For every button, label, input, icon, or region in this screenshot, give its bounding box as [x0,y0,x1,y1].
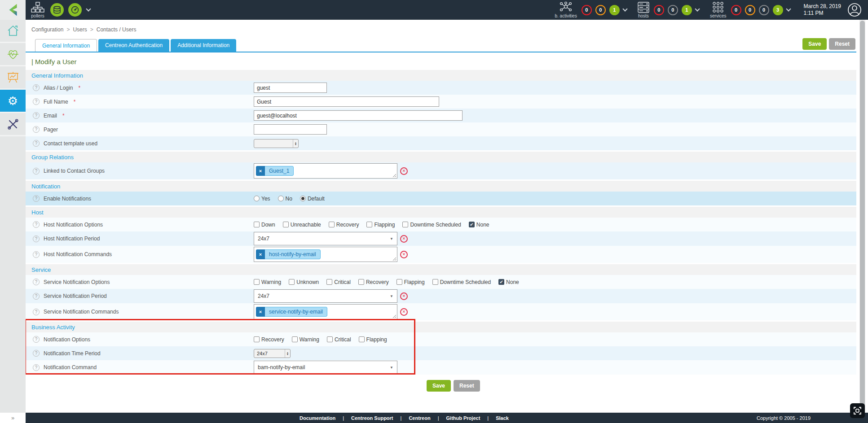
radio-option-yes[interactable]: Yes [254,196,270,202]
breadcrumb-item-configuration[interactable]: Configuration [31,26,63,33]
clear-field-button[interactable]: ✕ [400,167,408,175]
clear-field-button[interactable]: ✕ [400,308,408,316]
counter-badge-business-activities[interactable]: 0 [595,5,606,15]
clear-field-button[interactable]: ✕ [400,292,408,300]
checkbox-option-flapping[interactable]: Flapping [359,336,387,343]
chip-remove-button[interactable]: × [256,307,265,317]
fullscreen-button[interactable] [850,403,865,418]
save-button-bottom[interactable]: Save [427,380,451,392]
checkbox-option-down[interactable]: Down [254,222,275,228]
reset-button[interactable]: Reset [829,38,855,50]
business-activities-group[interactable]: b. activities [555,1,577,18]
sidebar-item-configuration[interactable]: ⚙ [0,90,26,113]
help-icon[interactable]: ? [33,140,40,147]
radio-no[interactable] [278,196,284,201]
checkbox-option-unreachable[interactable]: Unreachable [283,222,321,228]
help-icon[interactable]: ? [33,251,40,258]
checkbox-option-flapping[interactable]: Flapping [366,222,395,228]
chip-remove-button[interactable]: × [256,166,265,176]
notification-command-select[interactable]: bam-notify-by-email▼ [254,361,397,374]
radio-option-default[interactable]: Default [300,196,325,202]
footer-link-github-project[interactable]: Github Project [446,415,480,421]
expand-sidebar-icon[interactable]: » [11,414,14,421]
checkbox-unknown[interactable] [289,279,295,285]
breadcrumb-item-contacts-users[interactable]: Contacts / Users [97,26,137,33]
checkbox-option-critical[interactable]: Critical [327,336,351,343]
checkbox-recovery[interactable] [329,222,335,227]
checkbox-downtime-scheduled[interactable] [402,222,408,227]
clear-field-button[interactable]: ✕ [400,251,408,258]
help-icon[interactable]: ? [33,293,40,300]
chevron-down-icon[interactable] [622,6,627,11]
full-name-input[interactable] [254,96,439,107]
footer-link-centreon[interactable]: Centreon [409,415,430,421]
breadcrumb-item-users[interactable]: Users [73,26,87,33]
checkbox-warning[interactable] [254,279,260,285]
radio-default[interactable] [300,196,306,201]
host-notification-commands-tag-input[interactable]: ×host-notify-by-email [254,247,397,262]
sidebar-item-administration[interactable] [0,113,26,136]
footer-link-centreon-support[interactable]: Centreon Support [351,415,393,421]
counter-badge-hosts[interactable]: 1 [682,5,692,15]
help-icon[interactable]: ? [33,84,40,91]
counter-badge-hosts[interactable]: 0 [654,5,664,15]
checkbox-option-none[interactable]: ✔None [469,222,489,228]
checkbox-unreachable[interactable] [283,222,289,227]
checkbox-flapping[interactable] [366,222,372,227]
clear-field-button[interactable]: ✕ [400,235,408,243]
linked-to-contact-groups-tag-input[interactable]: ×Guest_1 [254,163,397,179]
service-notification-commands-tag-input[interactable]: ×service-notify-by-email [254,304,397,319]
database-icon[interactable] [50,3,64,17]
pollers-group[interactable]: pollers [31,1,44,18]
counter-badge-hosts[interactable]: 0 [668,5,678,15]
footer-link-documentation[interactable]: Documentation [300,415,335,421]
checkbox-option-downtime-scheduled[interactable]: Downtime Scheduled [432,279,491,285]
service-notification-period-select[interactable]: 24x7▼ [254,289,397,303]
checkbox-none[interactable]: ✔ [469,222,475,227]
tab-centreon-authentication[interactable]: Centreon Authentication [98,39,169,52]
scrollbar-thumb[interactable] [860,21,865,412]
help-icon[interactable]: ? [33,221,40,228]
user-avatar[interactable] [847,3,862,17]
chevron-down-icon[interactable] [86,6,91,11]
resize-handle-icon[interactable] [392,314,397,318]
contact-template-used-select[interactable]: ▲▼ [254,139,299,148]
checkbox-warning[interactable] [292,336,298,342]
alias-login-input[interactable] [254,83,327,93]
help-icon[interactable]: ? [33,195,40,202]
counter-badge-services[interactable]: 3 [773,5,783,15]
checkbox-option-none[interactable]: ✔None [498,279,519,285]
chevron-down-icon[interactable] [695,6,700,11]
email-input[interactable] [254,110,463,121]
help-icon[interactable]: ? [33,126,40,133]
tab-general-information[interactable]: General Information [35,39,97,52]
counter-badge-services[interactable]: 0 [731,5,741,15]
gauge-icon[interactable] [68,3,82,17]
resize-handle-icon[interactable] [392,257,397,261]
sidebar-item-monitoring[interactable] [0,43,26,66]
save-button[interactable]: Save [802,38,827,50]
checkbox-option-recovery[interactable]: Recovery [358,279,389,285]
checkbox-recovery[interactable] [358,279,364,285]
checkbox-critical[interactable] [326,279,332,285]
checkbox-option-warning[interactable]: Warning [254,279,281,285]
checkbox-option-downtime-scheduled[interactable]: Downtime Scheduled [402,222,461,228]
pager-input[interactable] [254,124,327,135]
help-icon[interactable]: ? [33,112,40,119]
checkbox-downtime-scheduled[interactable] [432,279,438,285]
checkbox-option-warning[interactable]: Warning [292,336,319,343]
counter-badge-business-activities[interactable]: 0 [582,5,592,15]
help-icon[interactable]: ? [33,364,40,371]
checkbox-recovery[interactable] [254,336,260,342]
radio-yes[interactable] [254,196,260,201]
host-notification-period-select[interactable]: 24x7▼ [254,232,397,245]
sidebar-item-home[interactable] [0,20,26,43]
checkbox-flapping[interactable] [359,336,365,342]
checkbox-option-flapping[interactable]: Flapping [397,279,425,285]
sidebar-item-reporting[interactable] [0,66,26,90]
checkbox-option-critical[interactable]: Critical [326,279,351,285]
resize-handle-icon[interactable] [392,174,397,178]
tab-additional-information[interactable]: Additional Information [171,39,236,52]
help-icon[interactable]: ? [33,98,40,105]
notification-time-period-select[interactable]: 24x7▲▼ [254,349,291,358]
